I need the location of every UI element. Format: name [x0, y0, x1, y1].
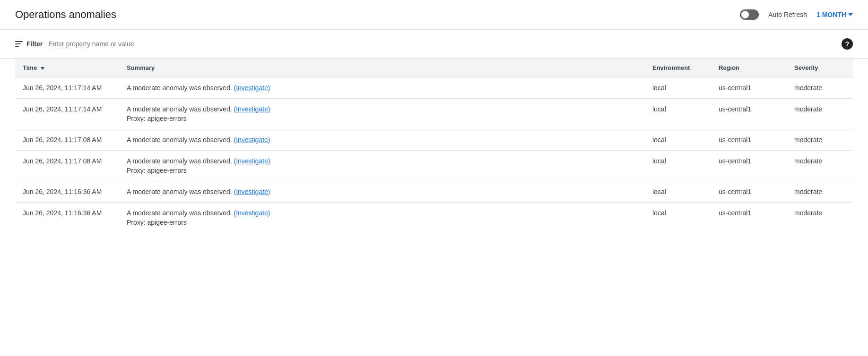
cell-summary: A moderate anomaly was observed. (Invest…	[119, 99, 645, 129]
cell-time: Jun 26, 2024, 11:17:14 AM	[15, 99, 119, 129]
investigate-link[interactable]: (Investigate)	[234, 136, 270, 144]
cell-region: us-central1	[711, 203, 787, 233]
cell-region: us-central1	[711, 151, 787, 181]
toggle-thumb	[741, 11, 749, 18]
cell-severity: moderate	[787, 181, 853, 203]
col-header-time[interactable]: Time	[15, 59, 119, 77]
col-header-environment: Environment	[645, 59, 711, 77]
investigate-link[interactable]: (Investigate)	[234, 84, 270, 92]
filter-label: Filter	[26, 40, 43, 48]
table-row: Jun 26, 2024, 11:16:36 AMA moderate anom…	[15, 203, 853, 233]
header-controls: Auto Refresh 1 MONTH	[740, 9, 853, 20]
cell-region: us-central1	[711, 77, 787, 99]
cell-severity: moderate	[787, 77, 853, 99]
cell-region: us-central1	[711, 129, 787, 151]
page-header: Operations anomalies Auto Refresh 1 MONT…	[0, 0, 868, 30]
table-row: Jun 26, 2024, 11:17:08 AMA moderate anom…	[15, 129, 853, 151]
summary-text: A moderate anomaly was observed.	[127, 157, 234, 165]
table-row: Jun 26, 2024, 11:17:14 AMA moderate anom…	[15, 99, 853, 129]
cell-region: us-central1	[711, 181, 787, 203]
chevron-down-icon	[848, 13, 853, 16]
table-header-row: Time Summary Environment Region Severity	[15, 59, 853, 77]
cell-summary: A moderate anomaly was observed. (Invest…	[119, 203, 645, 233]
summary-text: A moderate anomaly was observed.	[127, 84, 234, 92]
filter-bar: Filter ?	[0, 30, 868, 59]
cell-time: Jun 26, 2024, 11:17:14 AM	[15, 77, 119, 99]
investigate-link[interactable]: (Investigate)	[234, 157, 270, 165]
cell-environment: local	[645, 77, 711, 99]
investigate-link[interactable]: (Investigate)	[234, 105, 270, 113]
cell-environment: local	[645, 99, 711, 129]
page-title: Operations anomalies	[15, 8, 116, 21]
time-period-label: 1 MONTH	[816, 11, 846, 18]
cell-environment: local	[645, 203, 711, 233]
cell-environment: local	[645, 181, 711, 203]
cell-summary: A moderate anomaly was observed. (Invest…	[119, 151, 645, 181]
toggle-track	[740, 9, 759, 20]
filter-input[interactable]	[48, 40, 836, 48]
summary-text: A moderate anomaly was observed.	[127, 136, 234, 144]
cell-time: Jun 26, 2024, 11:16:36 AM	[15, 203, 119, 233]
cell-severity: moderate	[787, 99, 853, 129]
cell-time: Jun 26, 2024, 11:17:08 AM	[15, 151, 119, 181]
summary-text: A moderate anomaly was observed.	[127, 188, 234, 195]
cell-region: us-central1	[711, 99, 787, 129]
auto-refresh-toggle[interactable]	[740, 9, 759, 20]
cell-severity: moderate	[787, 151, 853, 181]
cell-summary: A moderate anomaly was observed. (Invest…	[119, 181, 645, 203]
proxy-label: Proxy: apigee-errors	[127, 219, 637, 226]
summary-text: A moderate anomaly was observed.	[127, 105, 234, 113]
cell-environment: local	[645, 151, 711, 181]
cell-time: Jun 26, 2024, 11:16:36 AM	[15, 181, 119, 203]
filter-icon-group: Filter	[15, 40, 43, 48]
proxy-label: Proxy: apigee-errors	[127, 167, 637, 174]
table-row: Jun 26, 2024, 11:17:08 AMA moderate anom…	[15, 151, 853, 181]
cell-environment: local	[645, 129, 711, 151]
table-row: Jun 26, 2024, 11:16:36 AMA moderate anom…	[15, 181, 853, 203]
cell-severity: moderate	[787, 203, 853, 233]
proxy-label: Proxy: apigee-errors	[127, 115, 637, 122]
anomalies-table-container: Time Summary Environment Region Severity…	[0, 59, 868, 233]
summary-text: A moderate anomaly was observed.	[127, 209, 234, 217]
col-header-region: Region	[711, 59, 787, 77]
time-period-dropdown[interactable]: 1 MONTH	[816, 11, 853, 18]
help-icon[interactable]: ?	[842, 38, 853, 50]
cell-summary: A moderate anomaly was observed. (Invest…	[119, 129, 645, 151]
table-row: Jun 26, 2024, 11:17:14 AMA moderate anom…	[15, 77, 853, 99]
sort-arrow-icon	[41, 67, 44, 70]
investigate-link[interactable]: (Investigate)	[234, 188, 270, 195]
cell-summary: A moderate anomaly was observed. (Invest…	[119, 77, 645, 99]
col-header-summary: Summary	[119, 59, 645, 77]
cell-time: Jun 26, 2024, 11:17:08 AM	[15, 129, 119, 151]
anomalies-table: Time Summary Environment Region Severity…	[15, 59, 853, 233]
cell-severity: moderate	[787, 129, 853, 151]
auto-refresh-label: Auto Refresh	[768, 11, 807, 18]
col-header-severity: Severity	[787, 59, 853, 77]
investigate-link[interactable]: (Investigate)	[234, 209, 270, 217]
filter-icon	[15, 41, 23, 47]
